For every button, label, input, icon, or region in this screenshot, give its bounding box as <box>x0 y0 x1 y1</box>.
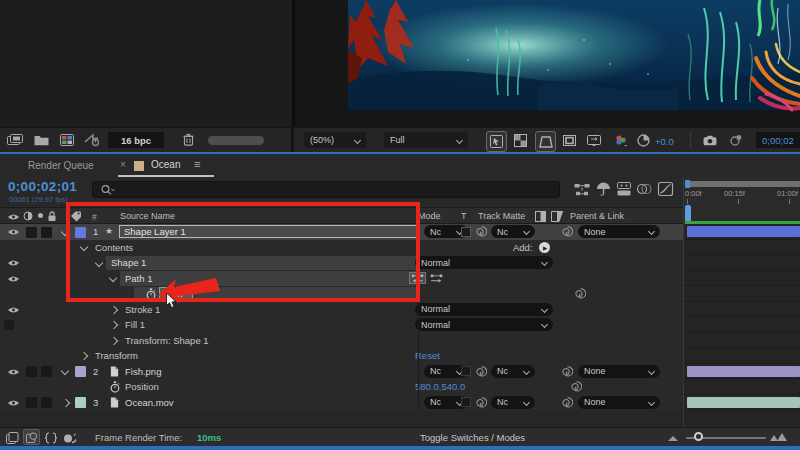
search-input[interactable] <box>92 181 560 198</box>
preserve-transparency-checkbox[interactable] <box>461 227 471 237</box>
shape-layer-duration-bar[interactable] <box>687 226 800 237</box>
timeline-track[interactable] <box>683 333 800 349</box>
track-matte-pickwhip-icon[interactable] <box>476 397 487 408</box>
property-row-position[interactable]: Position 580.0,540.0 <box>0 379 800 395</box>
layer-color-swatch[interactable] <box>75 366 86 377</box>
expand-transfer-controls-button[interactable] <box>23 429 40 445</box>
parent-pickwhip-icon[interactable] <box>562 366 573 377</box>
collapse-chevron-icon[interactable] <box>80 352 88 360</box>
playhead[interactable] <box>685 205 691 222</box>
bpc-button[interactable]: 16 bpc <box>108 132 164 148</box>
exposure-icon[interactable] <box>637 134 650 147</box>
region-of-interest-button[interactable] <box>535 131 556 152</box>
work-area-bar[interactable] <box>687 181 800 187</box>
layer-row-fish-png[interactable]: 2 Fish.png Nc Nc None <box>0 364 800 380</box>
work-area-start-handle[interactable] <box>685 180 690 188</box>
timeline-ruler[interactable]: 0:00f 00:15f 01:00f <box>683 177 800 224</box>
parent-pickwhip-icon[interactable] <box>562 226 573 237</box>
collapse-chevron-icon[interactable] <box>110 336 118 344</box>
parent-dropdown[interactable]: None <box>578 225 660 238</box>
group-row-transform[interactable]: Transform Reset <box>0 348 800 364</box>
folder-icon[interactable] <box>34 134 49 146</box>
group-name[interactable]: Transform: Shape 1 <box>125 333 209 349</box>
stopwatch-icon[interactable] <box>110 381 120 393</box>
mini-flowchart-icon[interactable] <box>574 183 590 196</box>
track-matte-dropdown[interactable]: Nc <box>491 365 535 378</box>
track-matte-dropdown[interactable]: Nc <box>491 225 535 238</box>
exposure-value[interactable]: +0.0 <box>655 136 674 147</box>
color-settings-icon[interactable] <box>60 134 74 146</box>
collapse-chevron-icon[interactable] <box>110 305 118 313</box>
t-column-header[interactable]: T <box>461 211 467 221</box>
timeline-track[interactable] <box>683 348 800 364</box>
track-matte-dropdown[interactable]: Nc <box>491 396 535 409</box>
track-matte-pickwhip-icon[interactable] <box>476 226 487 237</box>
eye-icon[interactable] <box>7 368 20 376</box>
property-name[interactable]: Position <box>125 379 159 395</box>
layer-row-ocean-mov[interactable]: 3 Ocean.mov Nc Nc None <box>0 395 800 411</box>
tab-ocean[interactable]: × Ocean ≡ <box>118 157 214 175</box>
zoom-in-icon[interactable] <box>777 433 787 441</box>
viewer-timecode[interactable]: 0;00;02 <box>756 132 800 148</box>
solo-column-icon[interactable] <box>38 213 43 218</box>
parent-dropdown[interactable]: None <box>578 365 660 378</box>
lock-column-icon[interactable] <box>47 210 57 222</box>
preserve-transparency-checkbox[interactable] <box>461 366 471 376</box>
preserve-transparency-checkbox[interactable] <box>461 397 471 407</box>
shy-layers-icon[interactable] <box>617 182 631 196</box>
parent-pickwhip-icon[interactable] <box>562 397 573 408</box>
add-button[interactable]: ▶ <box>539 242 550 253</box>
zoom-out-icon[interactable] <box>668 436 678 441</box>
snapshot-camera-icon[interactable] <box>703 135 717 146</box>
render-time-snail-icon[interactable] <box>63 432 77 444</box>
timeline-track[interactable] <box>683 317 800 333</box>
eye-icon[interactable] <box>7 306 20 314</box>
lock-box[interactable] <box>41 397 52 408</box>
eye-icon[interactable] <box>7 399 20 407</box>
guides-button[interactable] <box>560 131 579 150</box>
zoom-slider-knob[interactable] <box>694 432 703 441</box>
magnify-region-button[interactable] <box>486 131 507 152</box>
timeline-track[interactable] <box>683 224 800 240</box>
mode-column-header[interactable]: Mode <box>418 211 441 221</box>
timeline-track[interactable] <box>683 255 800 271</box>
view-layout-button[interactable] <box>584 131 603 150</box>
eye-icon[interactable] <box>7 259 20 267</box>
keyframe-out-button[interactable] <box>428 272 445 284</box>
timeline-track[interactable] <box>683 286 800 302</box>
resolution-dropdown[interactable]: Full <box>384 132 468 148</box>
panel-menu-icon[interactable]: ≡ <box>194 158 200 170</box>
layer-name[interactable]: Ocean.mov <box>125 395 174 411</box>
timeline-track[interactable] <box>683 364 800 380</box>
timeline-track[interactable] <box>683 395 800 411</box>
parent-dropdown[interactable]: None <box>578 396 660 409</box>
expand-layer-switches-icon[interactable] <box>6 432 19 444</box>
timeline-track[interactable] <box>683 302 800 318</box>
solo-box[interactable] <box>26 397 37 408</box>
close-icon[interactable]: × <box>120 159 126 170</box>
transparency-grid-button[interactable] <box>511 131 530 150</box>
property-pickwhip-icon[interactable] <box>571 381 582 392</box>
ocean-duration-bar[interactable] <box>687 397 800 408</box>
audio-column-icon[interactable] <box>23 211 33 221</box>
blend-mode-dropdown[interactable]: Normal <box>415 303 553 316</box>
solo-box[interactable] <box>26 366 37 377</box>
fish-duration-bar[interactable] <box>687 366 800 377</box>
magnification-dropdown[interactable]: (50%) <box>304 132 366 148</box>
draft-3d-icon[interactable] <box>596 182 611 196</box>
frame-blending-icon[interactable] <box>637 182 652 196</box>
scrub-pill[interactable] <box>208 136 264 145</box>
group-row-stroke-1[interactable]: Stroke 1 Normal <box>0 302 800 318</box>
timeline-track[interactable] <box>683 271 800 287</box>
position-value[interactable]: 580.0,540.0 <box>415 379 465 395</box>
blend-mode-dropdown[interactable]: Normal <box>415 256 553 269</box>
track-matte-pickwhip-icon[interactable] <box>476 366 487 377</box>
timeline-track[interactable] <box>683 379 800 395</box>
expand-in-out-icon[interactable] <box>45 432 57 444</box>
proxy-icon[interactable] <box>84 133 100 147</box>
group-name[interactable]: Transform <box>95 348 138 364</box>
show-snapshot-icon[interactable] <box>729 134 743 147</box>
timeline-track[interactable] <box>683 240 800 256</box>
track-matte-column-header[interactable]: Track Matte <box>478 211 525 221</box>
group-name[interactable]: Fill 1 <box>125 317 145 333</box>
